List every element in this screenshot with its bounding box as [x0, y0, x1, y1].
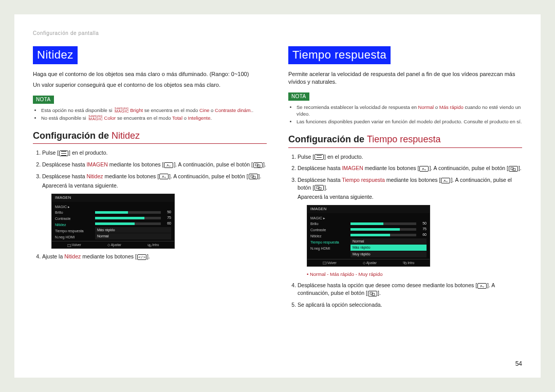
text: Normal: [418, 104, 434, 110]
text: Cine: [199, 107, 210, 113]
osd-row-selected: Nitidez: [55, 222, 92, 228]
text: Desplácese hasta: [298, 165, 342, 171]
svg-rect-5: [147, 244, 150, 246]
text: ]. A continuación, pulse el botón [: [174, 161, 253, 167]
step-item: Desplácese hasta IMAGEN mediante los bot…: [42, 161, 267, 169]
svg-rect-4: [67, 245, 71, 247]
step-item: Desplácese hasta Tiempo respuesta median…: [298, 176, 522, 277]
text: Desplácese hasta: [42, 161, 86, 167]
text: Inteligente: [188, 115, 211, 121]
osd-row-selected: Tiempo respuesta: [310, 239, 347, 246]
osd-foot-ajustar: ◇ Ajustar: [363, 260, 377, 265]
updown-icon: [441, 178, 450, 183]
text: Nitidez: [64, 253, 81, 259]
text: Ajuste la: [42, 253, 64, 259]
updown-icon: [159, 174, 169, 179]
steps-list: Pulse [] en el producto. Desplácese hast…: [35, 149, 267, 260]
osd-footer: Volver ◇ Ajustar Intro: [307, 259, 430, 266]
osd-title: IMAGEN: [307, 206, 430, 213]
text: Configuración de: [33, 130, 112, 141]
osd-row: MAGIC ▸: [55, 204, 92, 210]
osd-values: 50 75 60 Más rápido Normal: [95, 204, 171, 240]
note-list: Se recomienda establecer la velocidad de…: [291, 104, 522, 125]
text: ].: [324, 184, 327, 191]
options-line: • Normal - Más rápido - Muy rápido: [307, 271, 522, 277]
text: mediante los botones [: [108, 161, 164, 167]
text: Esta opción no está disponible si: [41, 107, 114, 113]
step-item: Desplácese hasta la opción que desee com…: [298, 282, 522, 296]
magic-label: MAGIC: [88, 117, 103, 121]
text: se encuentra en el modo: [144, 107, 199, 113]
osd-row: N.neg HDMI: [55, 234, 92, 240]
note-badge: NOTA: [288, 92, 309, 101]
paragraph: Haga que el contorno de los objetos sea …: [33, 70, 267, 78]
text: mediante los botones [: [363, 165, 419, 171]
text: Tiempo respuesta: [342, 177, 385, 183]
osd-row: Brillo: [310, 221, 347, 227]
text: o: [209, 107, 215, 113]
note-item: Las funciones disponibles pueden variar …: [297, 118, 522, 125]
text: Pulse [: [298, 154, 314, 160]
leftright-icon: [137, 254, 146, 260]
osd-foot-volver: Volver: [323, 260, 337, 265]
osd-row: Contraste: [310, 227, 347, 233]
text: o: [182, 115, 188, 121]
osd-value: 50: [163, 210, 171, 215]
osd-value: 75: [418, 227, 427, 232]
svg-rect-11: [323, 262, 326, 264]
text: Configuración de: [288, 134, 367, 144]
text: Desplácese hasta: [42, 173, 86, 179]
step-item: Se aplicará la opción seleccionada.: [298, 301, 522, 309]
text: mediante los botones [: [103, 173, 159, 179]
osd-menu: MAGIC ▸ Brillo Contraste Nitidez Tiempo …: [310, 215, 347, 258]
osd-row: Nitidez: [310, 233, 347, 239]
text: Pulse [: [42, 150, 59, 156]
text: Bright: [130, 107, 143, 113]
osd-row: N.neg HDMI: [310, 246, 347, 252]
text: Tiempo respuesta: [367, 134, 440, 144]
text: Color: [104, 115, 116, 121]
text: ]. A continuación, pulse el botón [: [429, 165, 508, 171]
note-item: No está disponible si SAMSUNG MAGIC Colo…: [41, 115, 267, 121]
enter-icon: [368, 291, 377, 296]
osd-screenshot-tiempo: IMAGEN MAGIC ▸ Brillo Contraste Nitidez …: [307, 205, 430, 267]
text: Más rápido: [439, 104, 464, 110]
menu-icon: [59, 151, 68, 156]
section-title-tiempo: Tiempo respuesta: [288, 46, 391, 64]
breadcrumb: Configuración de pantalla: [33, 30, 522, 37]
text: ].: [258, 173, 262, 179]
enter-icon: [253, 162, 263, 168]
svg-rect-6: [149, 245, 151, 247]
magic-label: MAGIC: [115, 109, 129, 114]
paragraph: Un valor superior conseguirá que el cont…: [33, 81, 267, 89]
updown-icon: [477, 283, 487, 289]
osd-foot-volver: Volver: [67, 242, 81, 247]
osd-footer: Volver ◇ Ajustar Intro: [52, 241, 174, 248]
step-item: Ajuste la Nitidez mediante los botones […: [42, 253, 267, 260]
osd-value: 60: [418, 232, 427, 237]
text: Desplácese hasta: [298, 177, 342, 183]
column-right: Tiempo respuesta Permite acelerar la vel…: [288, 46, 522, 312]
step-item: Desplácese hasta IMAGEN mediante los bot…: [298, 164, 522, 172]
step-item: Pulse [] en el producto.: [42, 149, 267, 157]
enter-icon: [509, 166, 518, 172]
text: se encuentra en el modo: [117, 115, 172, 121]
steps-list: Pulse [] en el producto. Desplácese hast…: [290, 153, 522, 309]
text: IMAGEN: [86, 161, 107, 167]
column-left: Nitidez Haga que el contorno de los obje…: [33, 46, 267, 312]
text: ] en el producto.: [69, 150, 107, 156]
text: ].: [147, 253, 150, 259]
svg-rect-13: [404, 263, 406, 264]
text: Se recomienda establecer la velocidad de…: [297, 104, 418, 110]
text: Aparecerá la ventana siguiente.: [298, 193, 522, 201]
osd-menu: MAGIC ▸ Brillo Contraste Nitidez Tiempo …: [55, 204, 92, 240]
step-item: Desplácese hasta Nitidez mediante los bo…: [42, 173, 267, 249]
updown-icon: [419, 166, 429, 172]
text: ].: [519, 165, 522, 171]
text: mediante los botones [: [385, 177, 441, 183]
osd-screenshot-nitidez: IMAGEN MAGIC ▸ Brillo Contraste Nitidez …: [51, 194, 175, 249]
text: ].: [378, 290, 381, 296]
step-item: Pulse [] en el producto.: [298, 153, 522, 161]
osd-foot-ajustar: ◇ Ajustar: [107, 242, 121, 247]
document-page: Configuración de pantalla Nitidez Haga q…: [14, 14, 541, 378]
